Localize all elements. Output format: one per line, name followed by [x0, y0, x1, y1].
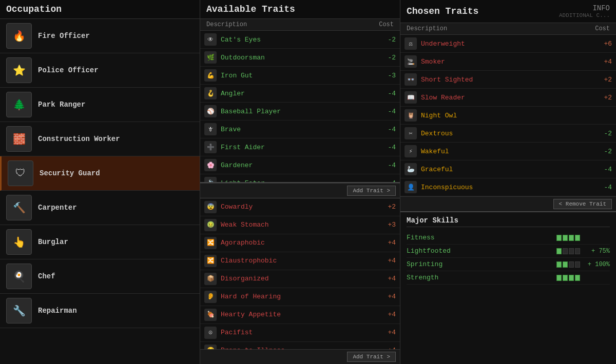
positive-trait-gardener[interactable]: 🌸 Gardener -4	[200, 156, 400, 174]
chosen-header-row: Chosen Traits INFO ADDITIONAL C...	[400, 0, 616, 23]
add-trait-bar-bottom: Add Trait >	[200, 349, 400, 364]
chosen-trait-inconspicuous[interactable]: 👤 Inconspicuous -4	[400, 178, 616, 196]
chosen-trait-underweight[interactable]: ⚖ Underweight +6	[400, 35, 616, 53]
chosen-trait-graceful[interactable]: 🦢 Graceful -4	[400, 160, 616, 178]
occ-icon-park-ranger: 🌲	[6, 92, 32, 117]
chosen-icon-dextrous: ✂	[405, 127, 417, 139]
skill-bars-sprinting	[556, 261, 580, 268]
negative-trait-disorganized[interactable]: 📦 Disorganized +4	[200, 270, 400, 288]
negative-trait-weak-stomach[interactable]: 🤢 Weak Stomach +3	[200, 216, 400, 234]
positive-trait-baseball-player[interactable]: ⚾ Baseball Player -4	[200, 103, 400, 120]
chosen-traits-title: Chosen Traits	[407, 6, 478, 16]
negative-trait-hard-of-hearing[interactable]: 👂 Hard of Hearing +4	[200, 288, 400, 306]
occ-name-police-officer: Police Officer	[38, 66, 99, 74]
negative-trait-cowardly[interactable]: 😨 Cowardly +2	[200, 198, 400, 216]
remove-trait-button[interactable]: < Remove Trait	[553, 199, 612, 209]
occupation-item-park-ranger[interactable]: 🌲 Park Ranger	[0, 88, 200, 122]
remove-trait-bar: < Remove Trait	[400, 196, 616, 212]
trait-icon-neg-prone-to-illness: 🤒	[204, 345, 217, 350]
skill-bar-segment	[556, 235, 562, 241]
add-trait-bar-top: Add Trait >	[200, 183, 400, 198]
skill-bars-fitness	[556, 235, 580, 241]
traits-col-headers: Description Cost	[200, 19, 400, 31]
skill-bars-strength	[556, 275, 580, 281]
occupation-item-fire-officer[interactable]: 🔥 Fire Officer	[0, 19, 200, 53]
chosen-cost-slow-reader: +2	[596, 94, 612, 102]
trait-name-angler: Angler	[221, 90, 380, 97]
trait-cost-neg-claustrophobic: +4	[380, 257, 396, 265]
occ-name-burglar: Burglar	[38, 238, 68, 246]
add-trait-button-top[interactable]: Add Trait >	[347, 186, 396, 196]
trait-name-brave: Brave	[221, 126, 380, 133]
negative-trait-prone-to-illness[interactable]: 🤒 Prone to Illness +4	[200, 342, 400, 350]
trait-icon-neg-pacifist: ☮	[204, 327, 217, 339]
chosen-name-short-sighted: Short Sighted	[421, 76, 596, 84]
chosen-trait-smoker[interactable]: 🚬 Smoker +4	[400, 53, 616, 71]
trait-icon-baseball-player: ⚾	[204, 105, 217, 117]
occupation-item-repairman[interactable]: 🔧 Repairman	[0, 294, 200, 328]
skill-name-lightfooted: Lightfooted	[407, 247, 556, 255]
negative-trait-agoraphobic[interactable]: 🔀 Agoraphobic +4	[200, 234, 400, 252]
occupation-item-burglar[interactable]: 👆 Burglar	[0, 225, 200, 259]
occupation-item-chef[interactable]: 🍳 Chef	[0, 259, 200, 294]
trait-icon-iron-gut: 💪	[204, 69, 217, 82]
trait-name-neg-cowardly: Cowardly	[221, 203, 380, 211]
trait-name-neg-hearty-appetite: Hearty Appetite	[221, 311, 380, 318]
chosen-name-underweight: Underweight	[421, 40, 596, 48]
positive-trait-iron-gut[interactable]: 💪 Iron Gut -3	[200, 67, 400, 85]
positive-trait-light-eater[interactable]: 🍃 Light Eater -4	[200, 174, 400, 183]
add-trait-button-bottom[interactable]: Add Trait >	[347, 352, 396, 362]
chosen-cost-smoker: +4	[596, 58, 612, 66]
occupation-item-construction-worker[interactable]: 🧱 Construction Worker	[0, 122, 200, 156]
trait-icon-first-aider: ➕	[204, 141, 217, 153]
trait-name-baseball-player: Baseball Player	[221, 108, 380, 115]
trait-icon-angler: 🪝	[204, 87, 217, 99]
trait-name-iron-gut: Iron Gut	[221, 72, 380, 79]
trait-name-first-aider: First Aider	[221, 144, 380, 151]
chosen-cost-short-sighted: +2	[596, 76, 612, 84]
negative-trait-claustrophobic[interactable]: 🔀 Claustrophobic +4	[200, 252, 400, 270]
occ-name-construction-worker: Construction Worker	[38, 135, 120, 143]
occ-icon-chef: 🍳	[6, 264, 32, 289]
chosen-desc-col: Description	[407, 25, 447, 32]
chosen-cost-wakeful: -2	[596, 148, 612, 155]
negative-trait-pacifist[interactable]: ☮ Pacifist +4	[200, 324, 400, 342]
chosen-trait-short-sighted[interactable]: 👓 Short Sighted +2	[400, 71, 616, 89]
chosen-name-night-owl: Night Owl	[421, 112, 596, 119]
occupation-item-carpenter[interactable]: 🔨 Carpenter	[0, 191, 200, 225]
trait-icon-outdoorsman: 🌿	[204, 51, 217, 64]
chosen-trait-wakeful[interactable]: ⚡ Wakeful -2	[400, 143, 616, 160]
chosen-trait-dextrous[interactable]: ✂ Dextrous -2	[400, 125, 616, 143]
occupation-item-police-officer[interactable]: ⭐ Police Officer	[0, 53, 200, 88]
skill-bar-segment	[575, 248, 580, 254]
negative-trait-hearty-appetite[interactable]: 🍖 Hearty Appetite +4	[200, 306, 400, 324]
chosen-col-headers: Description Cost	[400, 23, 616, 35]
chosen-cost-underweight: +6	[596, 40, 612, 48]
trait-name-outdoorsman: Outdoorsman	[221, 54, 380, 62]
chosen-cost-col: Cost	[595, 25, 610, 32]
skill-name-sprinting: Sprinting	[407, 260, 556, 268]
positive-trait-cats-eyes[interactable]: 👁 Cat's Eyes -2	[200, 31, 400, 49]
chosen-trait-slow-reader[interactable]: 📖 Slow Reader +2	[400, 89, 616, 107]
available-traits-title: Available Traits	[200, 0, 400, 19]
skill-bar-segment	[569, 275, 574, 281]
occ-icon-carpenter: 🔨	[6, 195, 32, 220]
trait-name-neg-agoraphobic: Agoraphobic	[221, 239, 380, 247]
traits-panel: Available Traits Description Cost 👁 Cat'…	[200, 0, 400, 364]
positive-trait-outdoorsman[interactable]: 🌿 Outdoorsman -2	[200, 49, 400, 67]
major-skills-section: Major Skills Fitness Lightfooted + 75% S…	[400, 212, 616, 364]
trait-cost-first-aider: -4	[380, 144, 396, 151]
trait-icon-cats-eyes: 👁	[204, 33, 217, 46]
positive-trait-first-aider[interactable]: ➕ First Aider -4	[200, 138, 400, 156]
skill-bar-segment	[556, 248, 562, 254]
positive-trait-brave[interactable]: 🗡 Brave -4	[200, 120, 400, 138]
chosen-trait-night-owl[interactable]: 🦉 Night Owl	[400, 107, 616, 125]
occupation-item-security-guard[interactable]: 🛡 Security Guard	[0, 156, 200, 191]
occ-icon-repairman: 🔧	[6, 298, 32, 323]
positive-trait-angler[interactable]: 🪝 Angler -4	[200, 85, 400, 103]
desc-col-header: Description	[206, 21, 247, 28]
negative-traits-list: 😨 Cowardly +2 🤢 Weak Stomach +3 🔀 Agorap…	[200, 198, 400, 350]
skill-bars-lightfooted	[556, 248, 580, 254]
trait-cost-neg-cowardly: +2	[380, 203, 396, 211]
chosen-panel: Chosen Traits INFO ADDITIONAL C... Descr…	[400, 0, 616, 364]
